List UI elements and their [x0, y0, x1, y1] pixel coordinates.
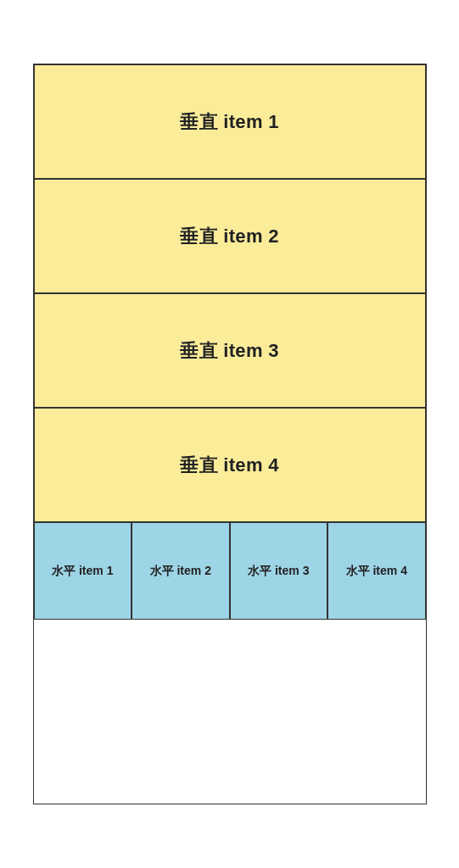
horizontal-item-4: 水平 item 4	[327, 522, 426, 620]
horizontal-item-label: 水平 item 3	[248, 564, 309, 579]
horizontal-item-1: 水平 item 1	[34, 522, 132, 620]
vertical-item-label: 垂直 item 3	[180, 338, 278, 364]
horizontal-item-2: 水平 item 2	[132, 522, 230, 620]
vertical-item-1: 垂直 item 1	[34, 64, 426, 179]
vertical-item-label: 垂直 item 4	[180, 453, 278, 478]
horizontal-list: 水平 item 1 水平 item 2 水平 item 3 水平 item 4	[34, 522, 426, 620]
layout-frame: 垂直 item 1 垂直 item 2 垂直 item 3 垂直 item 4 …	[33, 64, 427, 804]
vertical-item-3: 垂直 item 3	[34, 293, 426, 408]
horizontal-item-label: 水平 item 1	[52, 564, 113, 579]
vertical-item-4: 垂直 item 4	[34, 408, 426, 522]
horizontal-item-label: 水平 item 2	[150, 564, 211, 579]
horizontal-item-3: 水平 item 3	[230, 522, 328, 620]
vertical-list: 垂直 item 1 垂直 item 2 垂直 item 3 垂直 item 4	[34, 64, 426, 522]
vertical-item-2: 垂直 item 2	[34, 179, 426, 293]
vertical-item-label: 垂直 item 1	[180, 109, 278, 135]
empty-space	[34, 620, 426, 804]
horizontal-item-label: 水平 item 4	[346, 564, 407, 579]
vertical-item-label: 垂直 item 2	[180, 224, 278, 249]
